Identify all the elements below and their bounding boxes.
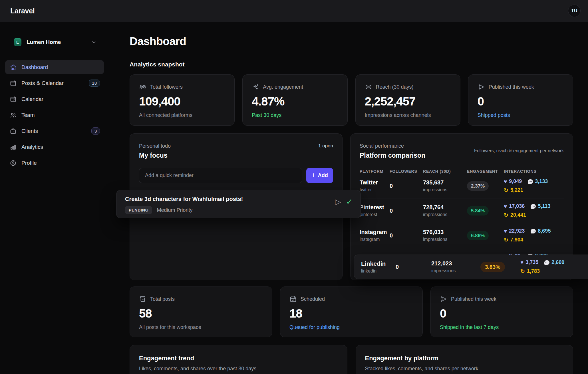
- share-icon: ↻: [504, 188, 508, 193]
- share-icon: ↻: [504, 237, 508, 243]
- chart-title: Engagement trend: [139, 355, 338, 362]
- stat-subtext: Shipped in the last 7 days: [440, 324, 564, 330]
- sidebar-item-label: Calendar: [21, 96, 100, 102]
- posts-count-badge: 18: [89, 80, 100, 87]
- stat-value: 18: [289, 307, 413, 320]
- table-row-twitter[interactable]: Twittertwitter 0 735,637impressions 2.37…: [360, 174, 564, 198]
- stat-subtext[interactable]: Shipped posts: [478, 112, 564, 118]
- todo-item-title: Create 3d characters for Wishfulmail pos…: [125, 196, 335, 202]
- users-icon: [139, 83, 146, 91]
- stat-card-total-posts: Total posts 58 All posts for this worksp…: [130, 286, 272, 337]
- stat-label: Total followers: [150, 84, 183, 90]
- archive-icon: [139, 295, 146, 303]
- stat-value: 4.87%: [252, 95, 338, 108]
- sidebar-item-clients[interactable]: Clients 3: [5, 124, 104, 138]
- heart-icon: ♥: [504, 204, 507, 209]
- stat-label: Scheduled: [301, 296, 325, 302]
- sidebar-item-dashboard[interactable]: Dashboard: [5, 60, 104, 74]
- stat-subtext: Impressions across channels: [365, 112, 451, 118]
- stat-label: Published this week: [489, 84, 534, 90]
- calendar-check-icon: [289, 295, 297, 303]
- clients-count-badge: 3: [91, 127, 100, 135]
- engagement-badge: 5.84%: [467, 206, 489, 216]
- table-row-instagram[interactable]: Instagraminstagram 0 576,033impressions …: [360, 223, 564, 248]
- stat-subtext[interactable]: Queued for publishing: [289, 324, 413, 330]
- user-circle-icon: [10, 160, 17, 166]
- sidebar-item-team[interactable]: Team: [5, 108, 104, 122]
- quick-reminder-input[interactable]: [139, 168, 302, 183]
- stat-subtext: All posts for this workspace: [139, 324, 263, 330]
- stat-subtext: Past 30 days: [252, 112, 338, 118]
- charts-row: Engagement trend Likes, comments, and sh…: [130, 345, 573, 374]
- stat-subtext: All connected platforms: [139, 112, 225, 118]
- stat-label: Total posts: [150, 296, 175, 302]
- add-todo-button[interactable]: + Add: [306, 168, 333, 183]
- chart-subtitle: Likes, comments, and shares over the pas…: [139, 366, 338, 372]
- engagement-badge: 6.86%: [467, 231, 489, 240]
- calendar-days-icon: [10, 80, 17, 87]
- stat-value: 0: [440, 307, 564, 320]
- brand-logo: Laravel: [10, 7, 35, 15]
- sidebar-item-profile[interactable]: Profile: [5, 156, 104, 170]
- todo-eyebrow: Personal todo: [139, 143, 171, 149]
- stat-label: Reach (30 days): [376, 84, 414, 90]
- sidebar-item-label: Posts & Calendar: [21, 80, 84, 86]
- share-icon: ↻: [520, 269, 525, 274]
- user-avatar[interactable]: TU: [568, 5, 581, 17]
- status-badge: PENDING: [125, 206, 152, 214]
- heart-icon: ♥: [504, 228, 507, 234]
- workspace-name: Lumen Home: [27, 39, 86, 45]
- heart-icon: ♥: [504, 179, 507, 184]
- start-todo-icon[interactable]: ▷: [335, 198, 341, 206]
- sidebar-item-posts-calendar[interactable]: Posts & Calendar 18: [5, 76, 104, 90]
- sidebar: L Lumen Home Dashboard Posts &: [0, 22, 105, 374]
- heart-icon: ♥: [520, 260, 523, 265]
- stat-card-avg-engagement: Avg. engagement 4.87% Past 30 days: [242, 74, 347, 126]
- sidebar-item-label: Analytics: [21, 144, 100, 150]
- engagement-by-platform-card: Engagement by platform Stacked likes, co…: [356, 345, 573, 374]
- sidebar-item-analytics[interactable]: Analytics: [5, 140, 104, 154]
- table-header: PLATFORM FOLLOWERS REACH (30D) ENGAGEMEN…: [360, 169, 564, 174]
- sidebar-item-calendar[interactable]: Calendar: [5, 92, 104, 106]
- share-icon: ↻: [504, 212, 508, 218]
- section-title: Analytics snapshot: [130, 61, 573, 68]
- priority-label: Medium Priority: [157, 207, 192, 213]
- analytics-snapshot-cards: Total followers 109,400 All connected pl…: [130, 74, 573, 126]
- stat-card-published-week: Published this week 0 Shipped posts: [468, 74, 573, 126]
- comment-icon: [531, 229, 536, 233]
- briefcase-icon: [10, 128, 17, 135]
- stat-value: 0: [478, 95, 564, 108]
- stat-value: 2,252,457: [365, 95, 451, 108]
- engagement-trend-card: Engagement trend Likes, comments, and sh…: [130, 345, 347, 374]
- broadcast-icon: [365, 83, 372, 91]
- workspace-switcher[interactable]: L Lumen Home: [5, 38, 104, 46]
- stat-label: Published this week: [451, 296, 496, 302]
- dragged-table-row-linkedin[interactable]: Linkedinlinkedin 0 212,023impressions 3.…: [354, 255, 588, 279]
- dragged-todo-item[interactable]: Create 3d characters for Wishfulmail pos…: [116, 190, 361, 218]
- stat-card-scheduled: Scheduled 18 Queued for publishing: [280, 286, 423, 337]
- calendar-dots-icon: [10, 96, 17, 103]
- sidebar-nav: Dashboard Posts & Calendar 18 Calendar: [5, 60, 104, 170]
- topbar: Laravel TU: [0, 0, 588, 22]
- comment-icon: [531, 204, 536, 209]
- todo-open-count: 1 open: [318, 143, 333, 149]
- stat-value: 109,400: [139, 95, 225, 108]
- social-eyebrow: Social performance: [360, 143, 425, 149]
- chart-title: Engagement by platform: [365, 355, 564, 362]
- chevron-down-icon: [91, 40, 96, 45]
- chart-subtitle: Stacked likes, comments, and shares per …: [365, 366, 564, 372]
- engagement-badge: 3.83%: [480, 262, 505, 272]
- stat-card-published-7days: Published this week 0 Shipped in the las…: [430, 286, 573, 337]
- dashboard-app: Laravel TU L Lumen Home Dashboard: [0, 0, 588, 374]
- stat-card-reach: Reach (30 days) 2,252,457 Impressions ac…: [355, 74, 460, 126]
- complete-todo-icon[interactable]: ✓: [346, 198, 353, 206]
- comment-icon: [528, 179, 533, 184]
- table-row-pinterest[interactable]: Pinterestpinterest 0 728,764impressions …: [360, 198, 564, 223]
- workspace-badge: L: [14, 38, 21, 46]
- users-icon: [10, 112, 17, 119]
- send-icon: [478, 83, 485, 91]
- social-title: Platform comparison: [360, 152, 425, 159]
- sidebar-item-label: Team: [21, 112, 100, 118]
- sidebar-item-label: Clients: [21, 128, 86, 134]
- stat-card-total-followers: Total followers 109,400 All connected pl…: [130, 74, 235, 126]
